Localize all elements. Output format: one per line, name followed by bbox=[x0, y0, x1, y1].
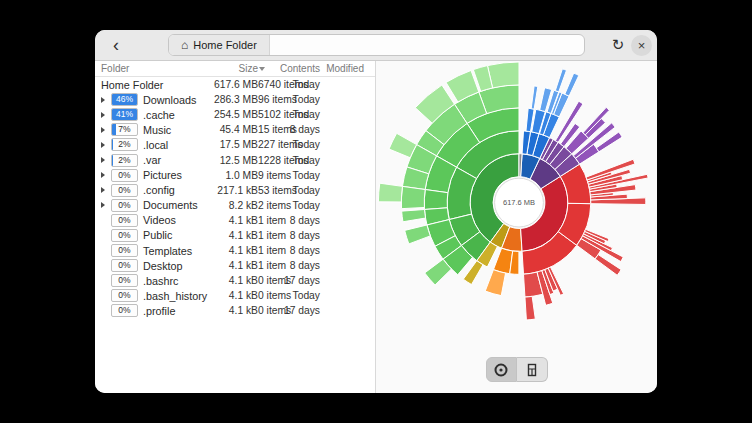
expander-icon[interactable] bbox=[101, 142, 105, 148]
expander-cell bbox=[99, 202, 111, 208]
usage-gauge: 46% bbox=[111, 93, 138, 106]
table-row[interactable]: 0%.bash_history4.1 kB0 itemsToday bbox=[95, 288, 375, 303]
expander-icon[interactable] bbox=[101, 127, 105, 133]
folder-table-header: Folder Size Contents Modified bbox=[95, 61, 375, 77]
ring-segment[interactable] bbox=[424, 190, 448, 210]
expander-icon[interactable] bbox=[101, 202, 105, 208]
table-row[interactable]: 7%Music45.4 MB15 items8 days bbox=[95, 122, 375, 137]
usage-percent-label: 0% bbox=[112, 215, 137, 226]
refresh-button[interactable]: ↻ bbox=[605, 32, 631, 58]
folder-name: Music bbox=[138, 124, 208, 136]
table-row[interactable]: 0%.bashrc4.1 kB0 items17 days bbox=[95, 273, 375, 288]
path-bar[interactable]: ⌂ Home Folder bbox=[168, 34, 585, 56]
cell-contents: 0 items bbox=[258, 275, 266, 286]
expander-icon[interactable] bbox=[101, 172, 105, 178]
cell-contents: 0 items bbox=[258, 305, 266, 316]
cell-contents: 227 items bbox=[258, 139, 266, 150]
expander-icon[interactable] bbox=[101, 97, 105, 103]
content-area: Folder Size Contents Modified Home Folde… bbox=[95, 61, 657, 393]
table-row[interactable]: Home Folder617.6 MB6740 itemsToday bbox=[95, 77, 375, 92]
table-row[interactable]: 41%.cache254.5 MB5102 itemsToday bbox=[95, 107, 375, 122]
cell-modified: 8 days bbox=[266, 124, 320, 135]
folder-name: Videos bbox=[138, 214, 208, 226]
table-row[interactable]: 46%Downloads286.3 MB96 itemsToday bbox=[95, 92, 375, 107]
column-header-size[interactable]: Size bbox=[208, 63, 258, 74]
table-row[interactable]: 0%Videos4.1 kB1 item8 days bbox=[95, 213, 375, 228]
cell-contents: 2 items bbox=[258, 200, 266, 211]
folder-name: .config bbox=[138, 184, 208, 196]
table-row[interactable]: 0%Public4.1 kB1 item8 days bbox=[95, 228, 375, 243]
cell-contents: 5102 items bbox=[258, 109, 266, 120]
folder-name: Templates bbox=[138, 245, 208, 257]
table-row[interactable]: 0%Templates4.1 kB1 item8 days bbox=[95, 243, 375, 258]
usage-percent-label: 2% bbox=[112, 139, 137, 150]
rings-chart[interactable]: 617.6 MB bbox=[376, 61, 657, 393]
table-row[interactable]: 0%Documents8.2 kB2 itemsToday bbox=[95, 198, 375, 213]
cell-size: 4.1 kB bbox=[208, 305, 258, 316]
ring-segment[interactable] bbox=[485, 270, 505, 296]
folder-name: Documents bbox=[138, 199, 208, 211]
cell-modified: Today bbox=[266, 185, 320, 196]
refresh-icon: ↻ bbox=[612, 36, 625, 54]
expander-icon[interactable] bbox=[101, 187, 105, 193]
ring-segment[interactable] bbox=[405, 225, 431, 244]
close-button[interactable]: × bbox=[631, 35, 652, 56]
folder-name: .bash_history bbox=[138, 290, 208, 302]
ring-segment[interactable] bbox=[555, 69, 566, 92]
usage-gauge: 2% bbox=[111, 138, 138, 151]
table-row[interactable]: 2%.var12.5 MB1228 itemsToday bbox=[95, 152, 375, 167]
expander-cell bbox=[99, 127, 111, 133]
rings-view-button[interactable] bbox=[486, 357, 517, 382]
folder-table-body: Home Folder617.6 MB6740 itemsToday46%Dow… bbox=[95, 77, 375, 319]
cell-size: 4.1 kB bbox=[208, 245, 258, 256]
sort-descending-icon bbox=[259, 67, 265, 71]
table-row[interactable]: 0%Pictures1.0 MB9 itemsToday bbox=[95, 168, 375, 183]
column-header-folder[interactable]: Folder bbox=[99, 63, 208, 74]
cell-contents: 96 items bbox=[258, 94, 266, 105]
cell-contents: 6740 items bbox=[258, 79, 266, 90]
usage-percent-label: 2% bbox=[112, 155, 137, 166]
table-row[interactable]: 0%Desktop4.1 kB1 item8 days bbox=[95, 258, 375, 273]
expander-cell bbox=[99, 112, 111, 118]
usage-percent-label: 0% bbox=[112, 245, 137, 256]
ring-segment[interactable] bbox=[531, 86, 538, 109]
cell-contents: 1 item bbox=[258, 260, 266, 271]
expander-icon[interactable] bbox=[101, 112, 105, 118]
treemap-view-button[interactable] bbox=[517, 357, 548, 382]
home-icon: ⌂ bbox=[181, 38, 188, 52]
table-row[interactable]: 2%.local17.5 MB227 itemsToday bbox=[95, 137, 375, 152]
cell-contents: 1 item bbox=[258, 230, 266, 241]
ring-segment[interactable] bbox=[525, 296, 535, 320]
column-header-contents[interactable]: Contents bbox=[266, 63, 320, 74]
cell-modified: 8 days bbox=[266, 230, 320, 241]
usage-gauge: 2% bbox=[111, 154, 138, 167]
path-segment-home[interactable]: ⌂ Home Folder bbox=[169, 35, 270, 55]
usage-percent-label: 0% bbox=[112, 275, 137, 286]
table-row[interactable]: 0%.profile4.1 kB0 items17 days bbox=[95, 303, 375, 318]
ring-segment[interactable] bbox=[378, 183, 402, 202]
usage-percent-label: 0% bbox=[112, 170, 137, 181]
cell-size: 286.3 MB bbox=[208, 94, 258, 105]
usage-gauge: 0% bbox=[111, 274, 138, 287]
cell-size: 4.1 kB bbox=[208, 290, 258, 301]
usage-percent-label: 0% bbox=[112, 185, 137, 196]
table-row[interactable]: 0%.config217.1 kB53 itemsToday bbox=[95, 183, 375, 198]
ring-segment[interactable] bbox=[565, 73, 579, 96]
usage-percent-label: 41% bbox=[112, 109, 137, 120]
expander-cell bbox=[99, 157, 111, 163]
folder-name: .var bbox=[138, 154, 208, 166]
close-icon: × bbox=[638, 39, 646, 52]
folder-name: .cache bbox=[138, 109, 208, 121]
column-header-modified[interactable]: Modified bbox=[320, 63, 364, 74]
ring-segment[interactable] bbox=[402, 209, 426, 221]
usage-gauge: 0% bbox=[111, 214, 138, 227]
back-icon: ‹ bbox=[113, 36, 119, 54]
ring-segment[interactable] bbox=[401, 186, 425, 208]
usage-gauge: 0% bbox=[111, 199, 138, 212]
back-button[interactable]: ‹ bbox=[103, 32, 129, 60]
cell-modified: Today bbox=[266, 155, 320, 166]
treemap-view-icon bbox=[524, 362, 540, 378]
expander-icon[interactable] bbox=[101, 157, 105, 163]
cell-size: 217.1 kB bbox=[208, 185, 258, 196]
cell-size: 17.5 MB bbox=[208, 139, 258, 150]
